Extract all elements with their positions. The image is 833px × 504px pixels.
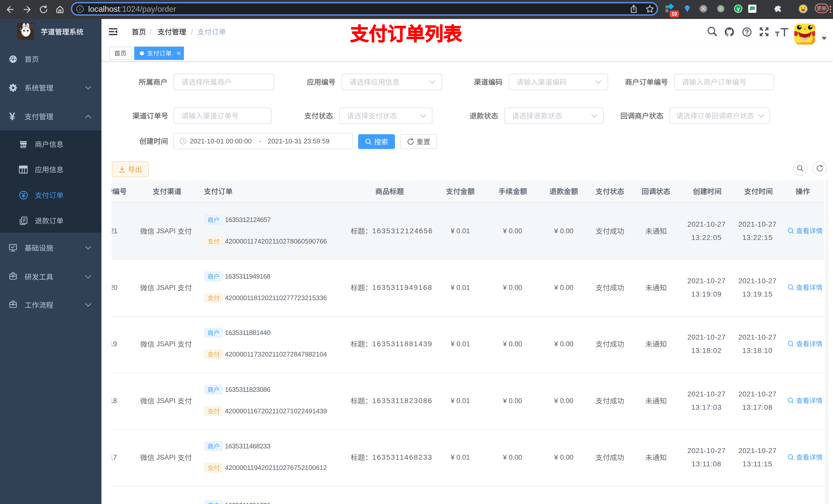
svg-text:y: y [737, 6, 740, 11]
svg-text:⌘: ⌘ [701, 6, 706, 11]
